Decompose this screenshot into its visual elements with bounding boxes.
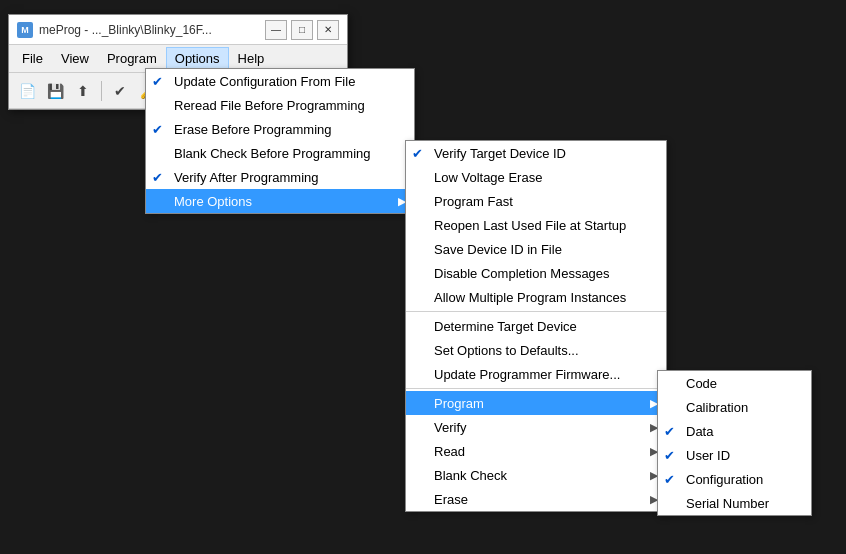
menu-help[interactable]: Help bbox=[229, 47, 274, 70]
menu-options[interactable]: Options bbox=[166, 47, 229, 70]
title-bar-left: M meProg - ..._Blinky\Blinky_16F... bbox=[17, 22, 212, 38]
close-button[interactable]: ✕ bbox=[317, 20, 339, 40]
separator-2 bbox=[406, 388, 666, 389]
menu-data[interactable]: ✔ Data bbox=[658, 419, 811, 443]
menu-read[interactable]: Read ▶ bbox=[406, 439, 666, 463]
menu-configuration[interactable]: ✔ Configuration bbox=[658, 467, 811, 491]
toolbar-separator bbox=[101, 81, 102, 101]
more-options-dropdown: ✔ Verify Target Device ID Low Voltage Er… bbox=[405, 140, 667, 512]
menu-more-options[interactable]: More Options ▶ bbox=[146, 189, 414, 213]
toolbar-verify[interactable]: ✔ bbox=[108, 79, 132, 103]
check-data: ✔ bbox=[664, 424, 675, 439]
menu-blank-check[interactable]: Blank Check Before Programming bbox=[146, 141, 414, 165]
check-configuration: ✔ bbox=[664, 472, 675, 487]
app-icon: M bbox=[17, 22, 33, 38]
options-dropdown: ✔ Update Configuration From File Reread … bbox=[145, 68, 415, 214]
window-title: meProg - ..._Blinky\Blinky_16F... bbox=[39, 23, 212, 37]
menu-reread-file[interactable]: Reread File Before Programming bbox=[146, 93, 414, 117]
menu-save-device-id[interactable]: Save Device ID in File bbox=[406, 237, 666, 261]
minimize-button[interactable]: — bbox=[265, 20, 287, 40]
check-erase: ✔ bbox=[152, 122, 163, 137]
menu-serial-number[interactable]: Serial Number bbox=[658, 491, 811, 515]
menu-code[interactable]: Code bbox=[658, 371, 811, 395]
check-verify-target: ✔ bbox=[412, 146, 423, 161]
menu-reopen-last[interactable]: Reopen Last Used File at Startup bbox=[406, 213, 666, 237]
menu-determine-target[interactable]: Determine Target Device bbox=[406, 314, 666, 338]
menu-verify-after[interactable]: ✔ Verify After Programming bbox=[146, 165, 414, 189]
toolbar-new[interactable]: 📄 bbox=[15, 79, 39, 103]
title-bar: M meProg - ..._Blinky\Blinky_16F... — □ … bbox=[9, 15, 347, 45]
menu-view[interactable]: View bbox=[52, 47, 98, 70]
menu-erase-before[interactable]: ✔ Erase Before Programming bbox=[146, 117, 414, 141]
menu-verify-target-id[interactable]: ✔ Verify Target Device ID bbox=[406, 141, 666, 165]
menu-low-voltage[interactable]: Low Voltage Erase bbox=[406, 165, 666, 189]
menu-user-id[interactable]: ✔ User ID bbox=[658, 443, 811, 467]
menu-calibration[interactable]: Calibration bbox=[658, 395, 811, 419]
menu-allow-multiple[interactable]: Allow Multiple Program Instances bbox=[406, 285, 666, 309]
menu-set-options-defaults[interactable]: Set Options to Defaults... bbox=[406, 338, 666, 362]
menu-program-fast[interactable]: Program Fast bbox=[406, 189, 666, 213]
menu-file[interactable]: File bbox=[13, 47, 52, 70]
toolbar-upload[interactable]: ⬆ bbox=[71, 79, 95, 103]
toolbar-save[interactable]: 💾 bbox=[43, 79, 67, 103]
menu-program[interactable]: Program bbox=[98, 47, 166, 70]
menu-verify[interactable]: Verify ▶ bbox=[406, 415, 666, 439]
maximize-button[interactable]: □ bbox=[291, 20, 313, 40]
menu-disable-completion[interactable]: Disable Completion Messages bbox=[406, 261, 666, 285]
menu-erase-sub[interactable]: Erase ▶ bbox=[406, 487, 666, 511]
title-bar-controls: — □ ✕ bbox=[265, 20, 339, 40]
menu-update-firmware[interactable]: Update Programmer Firmware... bbox=[406, 362, 666, 386]
check-update-config: ✔ bbox=[152, 74, 163, 89]
menu-blank-check-sub[interactable]: Blank Check ▶ bbox=[406, 463, 666, 487]
program-dropdown: Code Calibration ✔ Data ✔ User ID ✔ Conf… bbox=[657, 370, 812, 516]
menu-program[interactable]: Program ▶ bbox=[406, 391, 666, 415]
separator-1 bbox=[406, 311, 666, 312]
menu-update-config[interactable]: ✔ Update Configuration From File bbox=[146, 69, 414, 93]
check-verify: ✔ bbox=[152, 170, 163, 185]
check-user-id: ✔ bbox=[664, 448, 675, 463]
